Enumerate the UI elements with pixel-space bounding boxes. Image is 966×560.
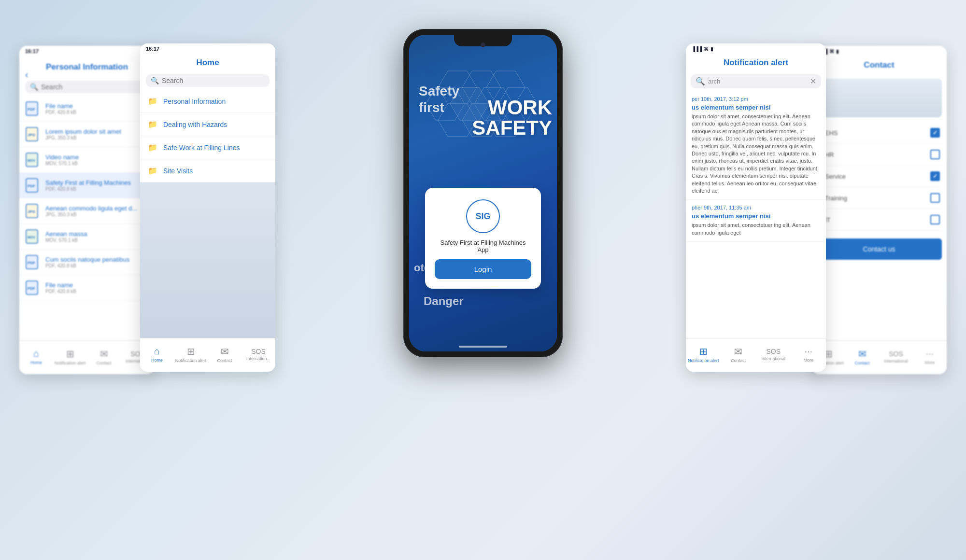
tab-notification-fourth[interactable]: ⊞ Notification alert [686,346,721,363]
tab-home-second[interactable]: ⌂ Home [140,346,174,363]
contact-icon-second: ✉ [221,346,229,357]
notif-title-2: us elementum semper nisi [692,212,820,220]
contact-us-button[interactable]: Contact us [816,238,942,260]
tab-more-fourth[interactable]: ··· More [791,346,826,363]
file-item-4[interactable]: PDF Safety First at Filling Machines PDF… [19,173,155,198]
search-bar-notification[interactable]: 🔍 arch ✕ [691,74,821,88]
status-bar-second: 16:17 [140,43,275,54]
login-button[interactable]: Login [435,259,531,279]
file-info-2: Lorem ipsum dolor sit amet JPG, 350.3 kB [45,128,121,140]
file-meta-7: PDF, 420.8 kB [45,263,129,268]
tab-international-right[interactable]: SOS International [879,350,913,364]
checkbox-training[interactable] [930,193,940,203]
search-bar-second[interactable]: 🔍 [146,74,270,87]
international-icon-second: SOS [251,348,266,355]
file-name-6: Aenean massa [45,230,87,238]
menu-item-safe-work[interactable]: 📁 Safe Work at Filling Lines [140,136,275,159]
phone-home-menu: 16:17 Home 🔍 📁 Personal Information 📁 De… [140,43,275,372]
time-second: 16:17 [146,46,159,52]
contact-icon-fourth: ✉ [734,346,742,357]
status-bar-left: 16:17 [19,46,155,56]
login-card: SIG Safety First at Filling Machines App… [425,188,541,289]
phone-personal-information: 16:17 ‹ Personal Information 🔍 PDF File … [19,46,155,374]
tab-home-left[interactable]: ⌂ Home [19,348,53,365]
checkbox-ehs[interactable]: ✓ [930,128,940,138]
file-icon-pdf4: PDF [25,280,41,295]
checkbox-hr[interactable] [930,150,940,159]
phone-contact: ▐▐▐ ⌘ ▮ Contact al EHS ✓ al HR al Servic… [811,46,947,374]
tab-notification-left[interactable]: ⊞ Notification alert [53,348,87,365]
search-icon-left: 🔍 [30,83,38,91]
phone-notification: ▐▐▐ ⌘ ▮ Notification alert 🔍 arch ✕ per … [686,43,826,372]
contact-item-training[interactable]: al Training [816,187,942,209]
tab-international-fourth[interactable]: SOS International [756,348,791,361]
file-info-3: Video name MOV, 570.1 kB [45,154,79,166]
file-icon-pdf: PDF [25,101,41,116]
status-bar-fourth: ▐▐▐ ⌘ ▮ [686,43,826,54]
file-item-3[interactable]: MOV Video name MOV, 570.1 kB [19,147,155,173]
menu-list: 📁 Personal Information 📁 Dealing with Ha… [140,90,275,182]
clear-icon-notification[interactable]: ✕ [810,77,816,86]
tab-contact-fourth[interactable]: ✉ Contact [721,346,756,363]
file-name-3: Video name [45,154,79,161]
scene: 16:17 ‹ Personal Information 🔍 PDF File … [0,0,966,560]
file-meta-8: PDF, 420.8 kB [45,289,76,294]
tab-bar-right: ⊞ Notification alert ✉ Contact SOS Inter… [811,340,947,374]
iphone-camera [481,42,485,47]
notification-title: Notification alert [686,54,826,71]
notif-title-1: us elementum semper nisi [692,104,820,111]
tab-contact-second[interactable]: ✉ Contact [208,346,242,363]
search-bar-left[interactable]: 🔍 [25,81,149,93]
contact-item-it[interactable]: al IT [816,209,942,231]
svg-text:PDF: PDF [28,261,35,265]
tab-bar-left: ⌂ Home ⊞ Notification alert ✉ Contact SO… [19,340,155,374]
svg-text:MOV: MOV [28,159,35,162]
tab-notification-second[interactable]: ⊞ Notification alert [174,346,208,363]
checkbox-service[interactable]: ✓ [930,171,940,181]
svg-text:MOV: MOV [28,236,35,239]
home-title: Home [140,54,275,71]
menu-item-personal-info[interactable]: 📁 Personal Information [140,90,275,113]
notification-item-1[interactable]: per 10th, 2017, 3:12 pm us elementum sem… [686,91,826,200]
international-icon-fourth: SOS [766,348,781,355]
file-icon-mov: MOV [25,152,41,168]
tab-contact-left[interactable]: ✉ Contact [87,348,121,365]
iphone-frame: 16:17 ▐▐▐ ⌘ ▮ [403,29,563,357]
file-name-4: Safety First at Filling Machines [45,179,131,186]
file-item-6[interactable]: MOV Aenean massa MOV, 570.1 kB [19,224,155,250]
file-name-5: Aenean commodo ligula eget d... [45,205,137,212]
file-icon-pdf3: PDF [25,254,41,270]
search-input-second[interactable] [162,77,265,84]
file-info-8: File name PDF, 420.8 kB [45,281,76,294]
file-item-7[interactable]: PDF Cum sociis natoque penatibus PDF, 42… [19,250,155,275]
file-item-2[interactable]: JPG Lorem ipsum dolor sit amet JPG, 350.… [19,122,155,147]
notification-item-2[interactable]: pher 9th, 2017, 11:35 am us elementum se… [686,200,826,242]
menu-item-site-visits[interactable]: 📁 Site Visits [140,159,275,182]
file-name-2: Lorem ipsum dolor sit amet [45,128,121,135]
checkbox-it[interactable] [930,215,940,224]
svg-text:PDF: PDF [28,107,35,112]
contact-item-service[interactable]: al Service ✓ [816,166,942,187]
svg-text:PDF: PDF [28,184,35,188]
back-button-left[interactable]: ‹ [25,69,28,80]
tab-contact-right[interactable]: ✉ Contact [845,348,879,365]
file-item-1[interactable]: PDF File name PDF, 420.8 kB [19,96,155,122]
menu-item-hazards[interactable]: 📁 Dealing with Hazards [140,113,275,136]
search-text-notification: arch [708,78,720,85]
file-item-5[interactable]: JPG Aenean commodo ligula eget d... JPG,… [19,198,155,224]
contact-item-ehs[interactable]: al EHS ✓ [816,122,942,144]
danger-text: Danger [424,294,464,308]
tab-more-right[interactable]: ··· More [913,348,947,365]
notification-icon-second: ⊞ [187,346,195,357]
contact-bg-image [816,79,942,117]
contact-icon-right-tab: ✉ [858,348,867,360]
folder-icon-3: 📁 [148,143,157,152]
file-item-8[interactable]: PDF File name PDF, 420.8 kB [19,275,155,301]
contact-item-hr[interactable]: al HR [816,144,942,166]
contact-title: Contact [811,56,947,74]
file-icon-jpg: JPG [25,126,41,142]
file-name-7: Cum sociis natoque penatibus [45,256,129,263]
file-info-5: Aenean commodo ligula eget d... JPG, 350… [45,205,137,217]
search-input-left[interactable] [41,83,144,91]
tab-international-second[interactable]: SOS Internation... [242,348,275,361]
